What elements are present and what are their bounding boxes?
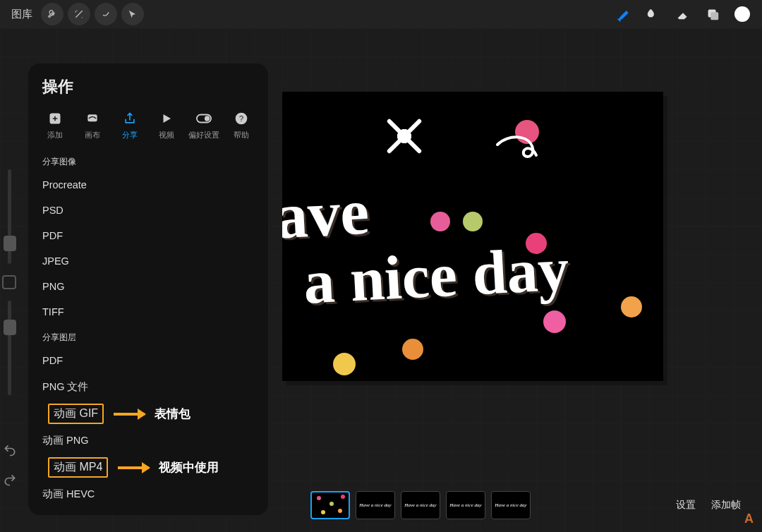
dot-decoration: [430, 212, 450, 231]
export-anim-png[interactable]: 动画 PNG: [28, 427, 268, 454]
tab-share-label: 分享: [122, 130, 138, 140]
animation-timeline: Have a nice day Have a nice day Have a n…: [282, 483, 748, 528]
tab-video-label: 视频: [159, 130, 174, 140]
frame-thumb-label: Have a nice day: [449, 502, 481, 508]
top-toolbar: 图库: [0, 0, 762, 28]
wrench-icon[interactable]: [41, 3, 64, 25]
svg-point-10: [321, 510, 325, 514]
svg-point-8: [317, 496, 321, 500]
animation-frame[interactable]: Have a nice day: [446, 491, 485, 519]
export-layer-pdf[interactable]: PDF: [28, 348, 268, 373]
smudge-icon[interactable]: [641, 1, 666, 27]
tab-help-label: 帮助: [234, 130, 249, 140]
topbar-right-group: [611, 1, 755, 27]
dot-decoration: [333, 353, 356, 375]
toggle-icon: [195, 110, 212, 127]
brush-icon[interactable]: [611, 1, 636, 27]
export-layer-png-files[interactable]: PNG 文件: [28, 373, 268, 401]
popover-title: 操作: [28, 76, 268, 106]
sparkle-icon: [381, 113, 427, 159]
tab-help[interactable]: ?帮助: [222, 106, 260, 145]
frame-thumb-label: Have a nice day: [359, 502, 391, 508]
animation-frame[interactable]: Have a nice day: [401, 491, 440, 519]
export-anim-mp4[interactable]: 动画 MP4: [48, 457, 108, 478]
gif-annotation-row: 动画 GIF 表情包: [28, 401, 268, 427]
opacity-slider[interactable]: [8, 301, 11, 395]
mp4-annotation-row: 动画 MP4 视频中使用: [28, 454, 268, 480]
svg-rect-1: [710, 12, 718, 20]
tab-canvas-label: 画布: [85, 130, 100, 140]
lettering-line1: ave: [282, 174, 371, 254]
selection-icon[interactable]: [95, 3, 117, 25]
svg-text:?: ?: [238, 114, 243, 123]
tab-add[interactable]: 添加: [37, 106, 74, 145]
dot-decoration: [463, 212, 483, 231]
watermark-icon: A: [744, 512, 754, 526]
animation-frame[interactable]: [310, 491, 350, 519]
layers-icon[interactable]: [700, 1, 725, 27]
modify-button[interactable]: [2, 275, 16, 289]
topbar-left-group: 图库: [7, 3, 144, 25]
gallery-button[interactable]: 图库: [7, 5, 37, 24]
dot-decoration: [543, 310, 566, 333]
mp4-annotation-label: 视频中使用: [159, 459, 219, 476]
plus-icon: [47, 110, 64, 127]
share-icon: [121, 110, 138, 127]
artboard[interactable]: ave a nice day: [282, 92, 663, 381]
eraser-icon[interactable]: [670, 1, 696, 27]
svg-point-9: [341, 495, 345, 499]
undo-redo-group: [3, 443, 17, 490]
undo-icon[interactable]: [3, 443, 17, 460]
tab-prefs[interactable]: 偏好设置: [186, 106, 223, 145]
tab-canvas[interactable]: 画布: [74, 106, 111, 145]
swirl-decoration: [494, 134, 543, 169]
export-anim-gif[interactable]: 动画 GIF: [48, 404, 104, 424]
redo-icon[interactable]: [3, 473, 17, 490]
actions-popover: 操作 添加 画布 分享 视频 偏好设置 ?帮助 分享图像 Procreate P…: [28, 64, 268, 515]
frame-thumb-label: Have a nice day: [495, 502, 526, 508]
arrow-icon: [114, 413, 145, 416]
dot-decoration: [402, 339, 423, 360]
share-image-header: 分享图像: [28, 149, 268, 172]
export-psd[interactable]: PSD: [28, 198, 268, 223]
export-procreate[interactable]: Procreate: [28, 172, 268, 198]
frame-thumb-label: Have a nice day: [404, 502, 436, 508]
svg-point-11: [338, 509, 342, 513]
tab-add-label: 添加: [47, 130, 63, 140]
help-icon: ?: [233, 110, 250, 127]
tab-share[interactable]: 分享: [111, 106, 148, 145]
export-anim-hevc[interactable]: 动画 HEVC: [28, 480, 268, 508]
svg-point-5: [205, 116, 210, 121]
arrow-icon: [118, 466, 149, 469]
export-pdf[interactable]: PDF: [28, 223, 268, 248]
brush-size-slider[interactable]: [8, 169, 11, 264]
actions-tab-row: 添加 画布 分享 视频 偏好设置 ?帮助: [28, 106, 268, 149]
play-icon: [158, 110, 175, 127]
frame-strip: Have a nice day Have a nice day Have a n…: [310, 491, 531, 519]
timeline-options: 设置 添加帧: [676, 499, 748, 512]
tab-prefs-label: 偏好设置: [188, 130, 219, 140]
lettering-line2: a nice day: [302, 233, 571, 318]
add-frame-button[interactable]: 添加帧: [711, 499, 741, 512]
export-png[interactable]: PNG: [28, 274, 268, 299]
gif-annotation-label: 表情包: [155, 406, 190, 422]
dot-decoration: [621, 296, 642, 318]
left-slider-group: [0, 169, 18, 395]
wand-icon[interactable]: [68, 3, 90, 25]
timeline-settings-button[interactable]: 设置: [676, 499, 696, 512]
animation-frame[interactable]: Have a nice day: [491, 491, 531, 519]
tab-video[interactable]: 视频: [148, 106, 186, 145]
share-layer-header: 分享图层: [28, 325, 268, 348]
canvas-icon: [84, 110, 101, 127]
export-jpeg[interactable]: JPEG: [28, 248, 268, 274]
color-swatch[interactable]: [730, 1, 755, 27]
export-tiff[interactable]: TIFF: [28, 299, 268, 325]
canvas-area: 操作 添加 画布 分享 视频 偏好设置 ?帮助 分享图像 Procreate P…: [0, 28, 762, 532]
cursor-icon[interactable]: [121, 3, 144, 25]
svg-point-12: [329, 502, 334, 506]
animation-frame[interactable]: Have a nice day: [356, 491, 395, 519]
